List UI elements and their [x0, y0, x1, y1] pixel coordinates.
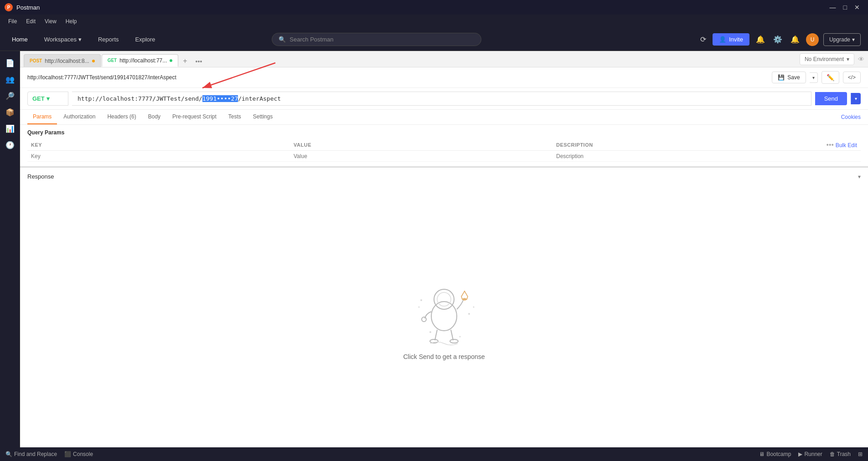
- menu-help[interactable]: Help: [62, 16, 81, 26]
- url-breadcrumb: http://localhost:7777/JWTTest/send/19914…: [27, 74, 772, 81]
- runner-button[interactable]: ▶ Runner: [798, 451, 822, 457]
- tab-add-button[interactable]: +: [179, 55, 191, 67]
- value-cell: [290, 151, 553, 162]
- astronaut-svg: [408, 273, 480, 346]
- invite-button[interactable]: 👤 Invite: [713, 33, 749, 46]
- cookies-link[interactable]: Cookies: [841, 110, 861, 124]
- params-section: Query Params KEY VALUE DESCRIPTION: [20, 125, 868, 166]
- runner-icon: ▶: [798, 451, 802, 457]
- invite-icon: 👤: [719, 36, 726, 43]
- nav-workspaces[interactable]: Workspaces ▾: [40, 33, 86, 46]
- sync-icon[interactable]: ⟳: [698, 33, 708, 46]
- sidebar-history-tab[interactable]: 🕐: [3, 138, 17, 152]
- tab-get[interactable]: GET http://localhost:77...: [102, 54, 179, 67]
- tab-more-button[interactable]: •••: [192, 56, 206, 67]
- grid-icon: ⊞: [858, 451, 863, 457]
- statusbar-left: 🔍 Find and Replace ⬛ Console: [5, 451, 93, 457]
- sidebar-history[interactable]: 🔎: [3, 88, 17, 103]
- sidebar-new-request[interactable]: 📄: [3, 56, 17, 70]
- send-button[interactable]: Send: [815, 92, 847, 105]
- topnav: Home Workspaces ▾ Reports Explore 🔍 Sear…: [0, 28, 868, 51]
- upgrade-button[interactable]: Upgrade ▾: [823, 33, 861, 46]
- find-replace-button[interactable]: 🔍 Find and Replace: [5, 451, 57, 457]
- close-button[interactable]: ✕: [851, 2, 863, 13]
- tab-post[interactable]: POST http://localhost:8...: [24, 54, 101, 67]
- bootcamp-icon: 🖥: [759, 451, 765, 457]
- menu-view[interactable]: View: [41, 16, 60, 26]
- request-line: GET ▾ http://localhost:7777/JWTTest/send…: [20, 88, 868, 110]
- svg-point-9: [420, 299, 422, 301]
- method-selector[interactable]: GET ▾: [27, 92, 68, 106]
- nav-explore[interactable]: Explore: [131, 33, 160, 46]
- request-tabs: Params Authorization Headers (6) Body Pr…: [20, 110, 868, 125]
- key-cell: [27, 151, 290, 162]
- col-more-icon: •••: [827, 141, 834, 149]
- save-button[interactable]: 💾 Save: [772, 72, 806, 83]
- col-actions: ••• Bulk Edit: [815, 139, 861, 151]
- url-suffix: /interAspect: [238, 95, 281, 102]
- description-cell: [553, 151, 815, 162]
- tab-modified-get: [170, 59, 172, 62]
- tab-authorization[interactable]: Authorization: [58, 110, 101, 124]
- profile-icon[interactable]: U: [806, 33, 819, 46]
- save-dropdown-button[interactable]: ▾: [810, 72, 818, 83]
- tab-tests[interactable]: Tests: [223, 110, 247, 124]
- params-title: Query Params: [27, 129, 861, 136]
- tabs-bar: POST http://localhost:8... GET http://lo…: [20, 51, 868, 67]
- search-bar[interactable]: 🔍 Search Postman: [272, 33, 481, 46]
- row-actions: [815, 151, 861, 162]
- value-input[interactable]: [294, 153, 549, 159]
- sidebar-collections[interactable]: 👥: [3, 72, 17, 87]
- sidebar-environments[interactable]: 📦: [3, 105, 17, 119]
- grid-button[interactable]: ⊞: [858, 451, 863, 457]
- statusbar-right: 🖥 Bootcamp ▶ Runner 🗑 Trash ⊞: [759, 451, 863, 457]
- tab-pre-request[interactable]: Pre-request Script: [167, 110, 222, 124]
- tab-url-get: http://localhost:77...: [119, 57, 167, 64]
- trash-icon: 🗑: [830, 451, 835, 457]
- tab-body[interactable]: Body: [143, 110, 166, 124]
- code-button[interactable]: </>: [843, 72, 861, 83]
- notifications-icon[interactable]: 🔔: [789, 33, 801, 46]
- topnav-right: ⟳ 👤 Invite 🔔 ⚙️ 🔔 U Upgrade ▾: [698, 33, 861, 46]
- tab-headers[interactable]: Headers (6): [102, 110, 141, 124]
- bulk-edit-button[interactable]: Bulk Edit: [836, 142, 857, 149]
- response-header[interactable]: Response ▾: [20, 167, 868, 185]
- tab-modified-post: [92, 60, 95, 62]
- bootcamp-button[interactable]: 🖥 Bootcamp: [759, 451, 791, 457]
- app-logo: P: [5, 3, 13, 11]
- window-controls: — □ ✕: [826, 2, 863, 13]
- env-label: No Environment: [805, 56, 844, 62]
- console-button[interactable]: ⬛ Console: [64, 451, 93, 457]
- nav-reports[interactable]: Reports: [93, 33, 124, 46]
- svg-point-5: [422, 317, 426, 322]
- environment-selector[interactable]: No Environment ▾: [800, 53, 854, 65]
- bell-icon[interactable]: 🔔: [754, 33, 767, 46]
- trash-button[interactable]: 🗑 Trash: [830, 451, 851, 457]
- table-row: [27, 151, 861, 162]
- env-eye-button[interactable]: 👁: [858, 56, 864, 63]
- description-input[interactable]: [556, 153, 811, 159]
- astronaut-illustration: Click Send to get a response: [403, 273, 485, 360]
- response-title: Response: [27, 173, 54, 180]
- nav-home[interactable]: Home: [7, 33, 32, 46]
- params-table: KEY VALUE DESCRIPTION ••• Bulk Edit: [27, 139, 861, 162]
- settings-icon[interactable]: ⚙️: [771, 33, 784, 46]
- url-breadcrumb-section: http://localhost:7777/JWTTest/send/19914…: [20, 67, 868, 88]
- titlebar: P Postman — □ ✕: [0, 0, 868, 15]
- minimize-button[interactable]: —: [826, 2, 840, 13]
- maximize-button[interactable]: □: [840, 2, 851, 13]
- request-tabs-list: Params Authorization Headers (6) Body Pr…: [27, 110, 278, 124]
- url-input-display[interactable]: http://localhost:7777/JWTTest/send/1991•…: [72, 92, 811, 106]
- search-placeholder: Search Postman: [289, 36, 333, 43]
- tab-params[interactable]: Params: [27, 110, 57, 124]
- key-input[interactable]: [31, 153, 286, 159]
- tab-settings[interactable]: Settings: [248, 110, 278, 124]
- url-highlighted-segment: 1991••••27: [202, 95, 238, 102]
- col-key: KEY: [27, 139, 290, 151]
- menu-file[interactable]: File: [5, 16, 21, 26]
- sidebar-monitors[interactable]: 📊: [3, 121, 17, 136]
- edit-button[interactable]: ✏️: [822, 71, 839, 84]
- tab-method-get: GET: [108, 58, 117, 63]
- send-dropdown-button[interactable]: ▾: [851, 93, 861, 104]
- menu-edit[interactable]: Edit: [22, 16, 39, 26]
